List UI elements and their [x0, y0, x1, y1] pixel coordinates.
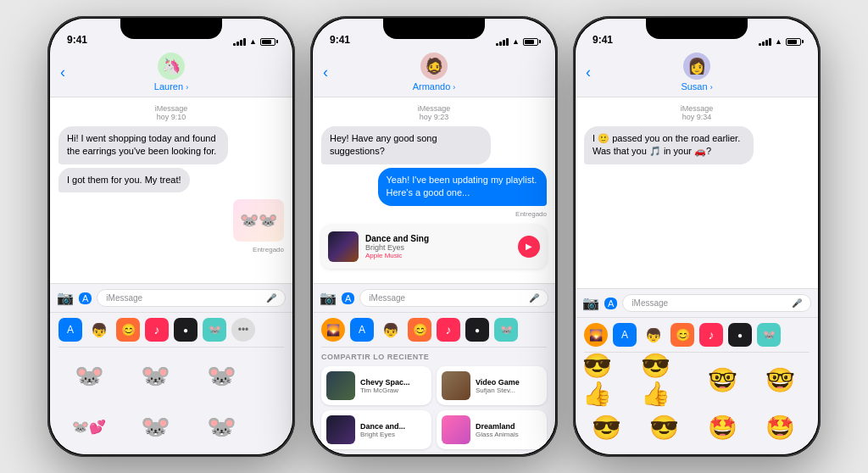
- audio-icon-2: 🎤: [529, 293, 539, 303]
- nav-bar-3: ‹ 👩 Susan ›: [576, 49, 818, 97]
- audio-icon-3: 🎤: [792, 298, 802, 308]
- sticker-item-4[interactable]: 🐭💕: [58, 403, 120, 449]
- avatar-armando: 🧔: [420, 53, 448, 80]
- imessage-input-3[interactable]: iMessage 🎤: [622, 294, 811, 312]
- imessage-input-1[interactable]: iMessage 🎤: [97, 289, 286, 307]
- appstore-icon-2[interactable]: A: [342, 292, 354, 304]
- camera-icon-3[interactable]: 📷: [582, 295, 599, 311]
- sticker-item-6[interactable]: 🐭: [191, 403, 252, 449]
- avatar-susan: 👩: [683, 53, 710, 80]
- sticker-item-3[interactable]: 🐭: [191, 353, 252, 398]
- wifi-icon-2: ▲: [512, 37, 520, 46]
- camera-icon-1[interactable]: 📷: [57, 290, 74, 306]
- memoji-2[interactable]: 😎👍: [641, 358, 688, 402]
- chat-area-1: iMessagehoy 9:10 Hi! I went shopping tod…: [50, 97, 292, 283]
- avatar-app-icon-3[interactable]: 👦: [642, 323, 665, 347]
- suggestion-artist-4: Glass Animals: [476, 431, 542, 438]
- sticker-item-5[interactable]: 🐭: [125, 403, 186, 449]
- vinyl-app-icon[interactable]: ●: [174, 318, 198, 342]
- more-button-1[interactable]: •••: [231, 318, 255, 342]
- memoji-3[interactable]: 🤓: [698, 358, 746, 402]
- suggestion-title-4: Dreamland: [476, 422, 542, 431]
- memoji-1[interactable]: 😎👍: [582, 358, 630, 402]
- sticker-grid-1: 🐭 🐭 🐭: [50, 348, 292, 403]
- mickey-app-icon-3[interactable]: 🐭: [757, 323, 781, 347]
- app-icons-row-2: 🌄 A 👦 😊 ♪ ● 🐭: [313, 313, 555, 347]
- music-app-icon-3[interactable]: ♪: [699, 323, 723, 347]
- messages-app-icon-2[interactable]: A: [350, 318, 374, 342]
- suggestions-area: COMPARTIR LO RECIENTE Chevy Spac... Tim …: [313, 348, 555, 454]
- vinyl-app-icon-3[interactable]: ●: [728, 323, 752, 347]
- sticker-app-icon-3[interactable]: 😊: [670, 323, 694, 347]
- suggestion-video-game[interactable]: Video Game Sufjan Stev...: [437, 366, 547, 405]
- suggestion-dance[interactable]: Dance and... Bright Eyes: [321, 410, 431, 449]
- suggestion-thumb-4: [442, 415, 470, 444]
- messages-app-icon-3[interactable]: A: [613, 323, 637, 347]
- suggestion-info-1: Chevy Spac... Tim McGraw: [360, 378, 426, 394]
- phones-container: 9:41 ▲ ‹ 🦄: [31, 0, 837, 473]
- music-app-icon[interactable]: ♪: [145, 318, 169, 342]
- nav-bar-1: ‹ 🦄 Lauren ›: [50, 49, 292, 97]
- imessage-input-2[interactable]: iMessage 🎤: [359, 289, 548, 307]
- memoji-8[interactable]: 🤩: [757, 405, 804, 449]
- notch-1: [120, 19, 222, 39]
- suggestion-thumb-1: [326, 371, 355, 400]
- delivered-label-1: Entregado: [58, 246, 284, 253]
- music-card-1[interactable]: Dance and Sing Bright Eyes Apple Music ▶: [321, 225, 547, 269]
- suggestion-chevy[interactable]: Chevy Spac... Tim McGraw: [321, 366, 431, 405]
- chat-meta-1: iMessagehoy 9:10: [58, 104, 284, 121]
- memoji-5[interactable]: 😎: [582, 405, 630, 449]
- battery-icon-2: [523, 38, 538, 46]
- camera-icon-2[interactable]: 📷: [320, 290, 337, 306]
- suggestion-artist-1: Tim McGraw: [360, 387, 426, 394]
- messages-app-icon[interactable]: A: [58, 318, 82, 342]
- back-button-1[interactable]: ‹: [60, 64, 65, 81]
- status-time-2: 9:41: [330, 34, 350, 46]
- mickey-app-icon[interactable]: 🐭: [203, 318, 226, 342]
- back-button-3[interactable]: ‹: [586, 64, 591, 81]
- sticker-app-icon-2[interactable]: 😊: [408, 318, 431, 342]
- avatar-app-icon[interactable]: 👦: [87, 318, 111, 342]
- status-icons-3: ▲: [759, 37, 801, 46]
- music-source-1: Apple Music: [365, 252, 511, 259]
- suggestion-artist-2: Sufjan Stev...: [476, 387, 542, 394]
- play-button-1[interactable]: ▶: [518, 236, 540, 258]
- sticker-app-icon[interactable]: 😊: [116, 318, 140, 342]
- bubble-5: I 🙂 passed you on the road earlier. Was …: [584, 126, 754, 164]
- battery-icon-3: [786, 38, 801, 46]
- message-5: I 🙂 passed you on the road earlier. Was …: [584, 126, 810, 164]
- suggestion-dreamland[interactable]: Dreamland Glass Animals: [437, 410, 547, 449]
- input-bar-2: 📷 A iMessage 🎤: [313, 283, 555, 312]
- appstore-icon-1[interactable]: A: [79, 292, 92, 304]
- mickey-app-icon-2[interactable]: 🐭: [494, 318, 518, 342]
- appstore-icon-3[interactable]: A: [604, 298, 617, 309]
- music-thumb-1: [328, 231, 359, 262]
- status-icons-1: ▲: [233, 37, 275, 46]
- memoji-6[interactable]: 😎: [641, 405, 688, 449]
- contact-header-3[interactable]: 👩 Susan ›: [681, 53, 712, 92]
- bubble-3: Hey! Have any good song suggestions?: [321, 126, 491, 164]
- memoji-7[interactable]: 🤩: [698, 405, 746, 449]
- contact-name-2: Armando ›: [413, 81, 456, 92]
- status-time-3: 9:41: [593, 34, 613, 46]
- music-app-icon-2[interactable]: ♪: [437, 318, 460, 342]
- delivered-label-2: Entregado: [321, 210, 547, 218]
- sticker-item-2[interactable]: 🐭: [125, 353, 186, 398]
- back-button-2[interactable]: ‹: [323, 64, 328, 81]
- wifi-icon-3: ▲: [775, 37, 782, 46]
- sticker-item-1[interactable]: 🐭: [58, 353, 120, 398]
- memoji-4[interactable]: 🤓: [757, 358, 804, 402]
- contact-header-1[interactable]: 🦄 Lauren ›: [154, 53, 188, 92]
- phone-susan: 9:41 ▲ ‹ 👩: [573, 16, 821, 457]
- signal-bars-3: [759, 38, 771, 46]
- contact-header-2[interactable]: 🧔 Armando ›: [413, 53, 456, 92]
- suggestion-info-3: Dance and... Bright Eyes: [360, 422, 426, 438]
- photos-icon[interactable]: 🌄: [321, 318, 345, 342]
- vinyl-app-icon-2[interactable]: ●: [465, 318, 489, 342]
- photos-icon-3[interactable]: 🌄: [584, 323, 608, 347]
- avatar-app-icon-2[interactable]: 👦: [379, 318, 403, 342]
- suggestions-title: COMPARTIR LO RECIENTE: [321, 353, 547, 361]
- notch-3: [646, 19, 748, 39]
- avatar-lauren: 🦄: [158, 53, 185, 80]
- notch-2: [383, 19, 485, 39]
